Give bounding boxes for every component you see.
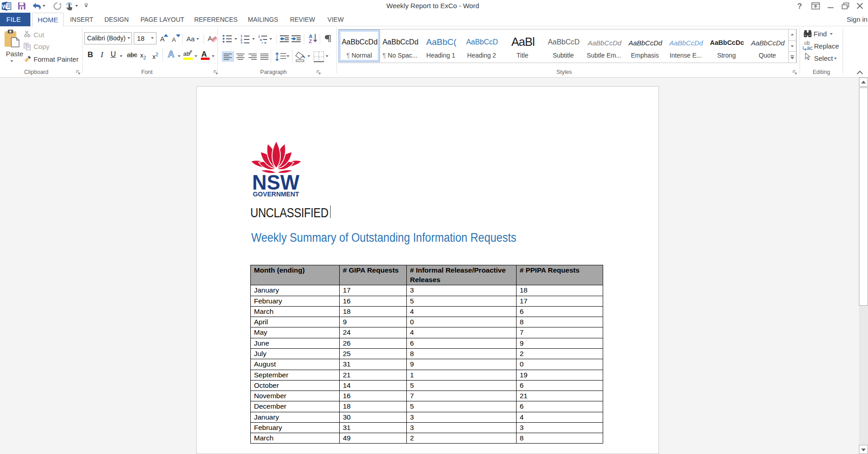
svg-text:GOVERNMENT: GOVERNMENT — [253, 190, 299, 197]
svg-text:?: ? — [797, 2, 802, 10]
svg-text:3: 3 — [240, 41, 243, 44]
svg-text:W: W — [2, 3, 8, 10]
svg-text:Z: Z — [309, 39, 312, 44]
svg-text:i: i — [262, 41, 263, 44]
